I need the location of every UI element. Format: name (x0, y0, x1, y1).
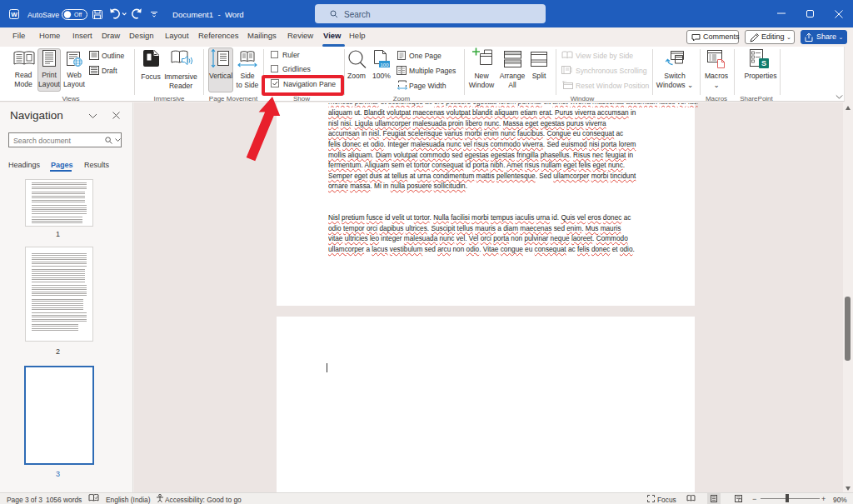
svg-text:W: W (11, 11, 17, 18)
svg-text:100: 100 (380, 62, 389, 67)
svg-text:S: S (761, 59, 766, 67)
svg-text:Off: Off (74, 12, 82, 17)
